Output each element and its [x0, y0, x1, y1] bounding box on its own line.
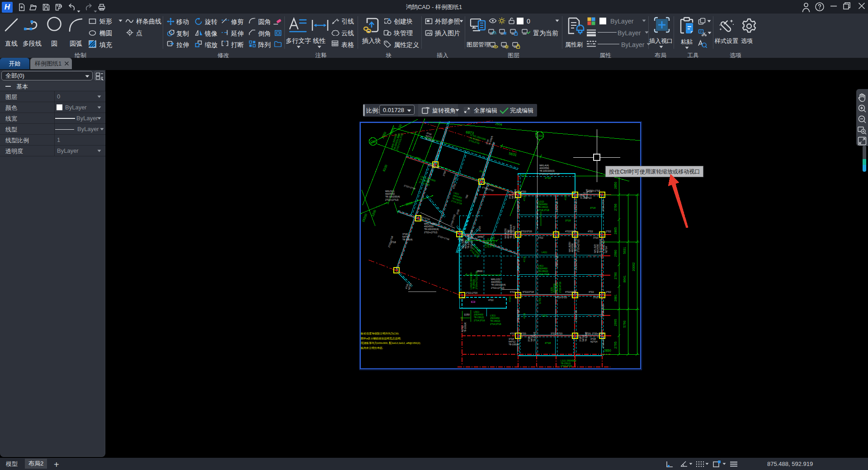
- svg-text:2650: 2650: [389, 127, 395, 135]
- svg-text:5790: 5790: [623, 320, 626, 328]
- svg-text:N4?12: N4?12: [582, 335, 585, 342]
- svg-text:3?18: 3?18: [590, 207, 595, 209]
- svg-text:L3(1): L3(1): [490, 314, 495, 317]
- svg-text:N2?14: N2?14: [590, 340, 597, 343]
- svg-text:2850: 2850: [604, 349, 611, 352]
- svg-text:N4?12: N4?12: [509, 340, 515, 343]
- svg-text:?8-100/200(4): ?8-100/200(4): [574, 238, 576, 252]
- svg-text:L4(1): L4(1): [538, 264, 543, 267]
- svg-text:1200: 1200: [371, 209, 376, 217]
- svg-text:400X550: 400X550: [464, 240, 467, 249]
- svg-text:2800: 2800: [476, 270, 483, 273]
- svg-text:?8-100/200(4): ?8-100/200(4): [424, 228, 439, 230]
- svg-text:2795: 2795: [614, 342, 617, 349]
- svg-text:2?16.4?18: 2?16.4?18: [561, 365, 572, 367]
- svg-text:2?20.4?16: 2?20.4?16: [559, 282, 561, 293]
- svg-text:?8-100(4): ?8-100(4): [514, 189, 517, 199]
- svg-text:4?20: 4?20: [521, 332, 526, 335]
- svg-text:4?20: 4?20: [509, 296, 511, 302]
- svg-text:3?18: 3?18: [509, 194, 511, 199]
- svg-text:4?22: 4?22: [510, 332, 515, 335]
- svg-text:?8-100(4): ?8-100(4): [533, 332, 536, 342]
- svg-text:?8-150(2): ?8-150(2): [538, 206, 548, 208]
- svg-text:2881: 2881: [614, 294, 617, 301]
- svg-text:?8-150(2): ?8-150(2): [490, 320, 500, 322]
- svg-text:4?18: 4?18: [545, 342, 551, 344]
- svg-text:WKL5(3): WKL5(3): [594, 244, 596, 253]
- svg-text:4?22: 4?22: [488, 299, 494, 301]
- svg-text:2?22+2?20: 2?22+2?20: [575, 258, 577, 270]
- svg-text:?8-10?/200(4): ?8-10?/200(4): [599, 239, 602, 253]
- svg-text:16200: 16200: [361, 213, 368, 223]
- svg-text:板砼强度等级除注明外均为C30;: 板砼强度等级除注明外均为C30;: [360, 332, 399, 335]
- svg-text:2995: 2995: [614, 319, 617, 326]
- svg-text:1150: 1150: [464, 313, 470, 316]
- svg-text:IL2(2): IL2(2): [538, 200, 544, 203]
- svg-text:5?22/3?20: 5?22/3?20: [521, 230, 532, 233]
- svg-text:2?22+(2?12): 2?22+(2?12): [491, 287, 505, 289]
- svg-text:200X400: 200X400: [474, 313, 483, 316]
- svg-text:QD: QD: [370, 140, 376, 144]
- svg-text:2?22+2?18: 2?22+2?18: [517, 310, 519, 322]
- svg-text:2?20+2?18: 2?20+2?18: [482, 186, 494, 192]
- svg-text:?8-100(4): ?8-100(4): [402, 238, 413, 241]
- svg-text:250X450: 250X450: [538, 203, 547, 206]
- svg-text:2?22: 2?22: [606, 230, 611, 233]
- svg-text:4?22: 4?22: [589, 291, 594, 293]
- svg-text:|L?(3): |L?(3): [538, 297, 541, 304]
- svg-text:WKL_X(4A): WKL_X(4A): [424, 222, 437, 225]
- svg-text:6?22: 6?22: [510, 291, 515, 293]
- svg-text:8641: 8641: [623, 275, 626, 282]
- svg-text:3?18: 3?18: [580, 194, 583, 199]
- svg-text:4?18: 4?18: [545, 177, 551, 179]
- svg-text:?8-100/200(4): ?8-100/200(4): [385, 195, 400, 198]
- svg-text:3?22+3?20: 3?22+3?20: [555, 296, 567, 299]
- svg-text:100: 100: [397, 124, 402, 130]
- svg-text:250X450: 250X450: [553, 283, 556, 293]
- svg-text:6?22/2?18: 6?22/2?18: [523, 291, 534, 293]
- svg-text:2780: 2780: [614, 272, 617, 279]
- svg-text:2?14;3?16: 2?14;3?16: [490, 323, 501, 325]
- svg-text:2865: 2865: [614, 227, 617, 235]
- svg-text:4?18: 4?18: [523, 196, 526, 201]
- svg-text:?8-150(2): ?8-150(2): [538, 270, 548, 273]
- svg-text:N2?12: N2?12: [461, 325, 464, 332]
- svg-text:L2(2): L2(2): [542, 314, 547, 317]
- svg-text:3450: 3450: [477, 235, 484, 238]
- svg-text:图中⌀表示钢筋级别说明见总说明;: 图中⌀表示钢筋级别说明见总说明;: [361, 337, 401, 340]
- svg-text:4?22/2?20: 4?22/2?20: [565, 291, 576, 293]
- svg-text:2850: 2850: [614, 182, 617, 189]
- svg-text:3?22+3?20: 3?22+3?20: [551, 332, 562, 335]
- svg-text:2?22+2?20: 2?22+2?20: [575, 201, 577, 212]
- svg-text:5?20: 5?20: [456, 209, 460, 215]
- svg-text:?8-150(2): ?8-150(2): [556, 282, 558, 293]
- svg-text:2?22+2?20: 2?22+2?20: [575, 310, 577, 322]
- svg-text:?8-100/200(4): ?8-100/200(4): [467, 234, 470, 249]
- svg-text:2?20+(?12);3?18: 2?20+(?12);3?18: [475, 271, 478, 289]
- svg-text:N4?12: N4?12: [530, 335, 533, 342]
- svg-text:5?22: 5?22: [538, 236, 543, 239]
- svg-text:2650: 2650: [381, 131, 387, 139]
- svg-text:L1(3): L1(3): [550, 287, 553, 293]
- svg-text:2?22+2?20: 2?22+2?20: [466, 291, 477, 294]
- svg-text:3?18: 3?18: [509, 338, 514, 340]
- svg-text:4?22/2?20: 4?22/2?20: [565, 230, 576, 233]
- svg-text:2?22+(2?12);3?18: 2?22+(2?12);3?18: [470, 230, 473, 249]
- svg-text:WKL2(3): WKL2(3): [491, 278, 500, 281]
- svg-text:?50: ?50: [465, 194, 468, 199]
- svg-text:2?50: 2?50: [442, 170, 446, 176]
- svg-text:2?20,3?18: 2?20,3?18: [492, 236, 495, 248]
- svg-text:20062: 20062: [632, 262, 635, 271]
- svg-text:按住Ctrl时可使用滚轮缩放或移动视口: 按住Ctrl时可使用滚轮缩放或移动视口: [609, 169, 700, 175]
- svg-text:?8-100/200(3): ?8-100/200(3): [539, 169, 555, 172]
- svg-text:3?18: 3?18: [391, 241, 396, 244]
- svg-text:3?18: 3?18: [528, 337, 530, 342]
- svg-text:4?18: 4?18: [590, 338, 596, 340]
- svg-text:2?22+(2?12): 2?22+(2?12): [385, 198, 399, 201]
- svg-text:2?18,3?18: 2?18,3?18: [538, 209, 549, 212]
- svg-text:2?20+2?22: 2?20+2?22: [450, 214, 456, 226]
- svg-text:2?18+2?16: 2?18+2?16: [602, 200, 604, 212]
- svg-text:WKL8(3B): WKL8(3B): [568, 242, 571, 252]
- svg-text:N2?14: N2?14: [585, 197, 591, 199]
- svg-text:400X550: 400X550: [424, 225, 434, 228]
